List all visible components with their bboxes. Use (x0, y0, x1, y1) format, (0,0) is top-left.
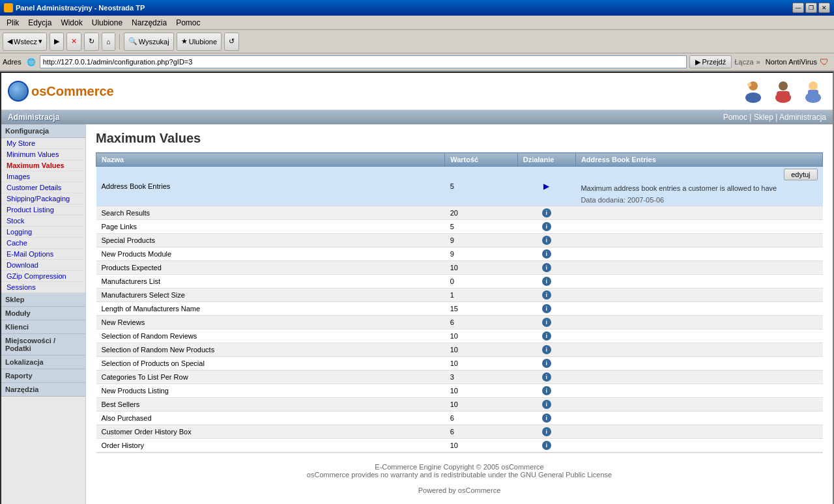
sidebar-item-productlisting[interactable]: Product Listing (1, 204, 85, 216)
home-button[interactable]: ⌂ (102, 33, 115, 51)
table-cell-action[interactable]: i (517, 357, 575, 371)
sidebar-item-sessions[interactable]: Sessions (1, 282, 85, 293)
sidebar-item-minvalues[interactable]: Minimum Values (1, 149, 85, 160)
table-row[interactable]: Products Expected10i (96, 261, 823, 275)
table-row[interactable]: Address Book Entries5▶edytujMaximum addr… (96, 167, 823, 206)
sidebar-item-mystore[interactable]: My Store (1, 138, 85, 149)
menu-tools[interactable]: Narzędzia (128, 17, 171, 29)
menu-file[interactable]: Plik (3, 17, 23, 29)
table-cell-action[interactable]: i (517, 371, 575, 384)
menu-view[interactable]: Widok (57, 17, 86, 29)
sidebar-item-stock[interactable]: Stock (1, 216, 85, 227)
table-cell-action[interactable]: i (517, 288, 575, 302)
info-icon[interactable]: i (542, 441, 551, 450)
go-button[interactable]: ▶ Przejdź (689, 55, 732, 68)
table-cell-action[interactable]: i (517, 247, 575, 261)
refresh-button2[interactable]: ↺ (224, 33, 239, 51)
back-button[interactable]: ◀ Wstecz ▾ (3, 33, 47, 51)
info-icon[interactable]: i (542, 413, 551, 423)
info-icon[interactable]: i (542, 318, 551, 327)
table-row[interactable]: New Products Listing10i (96, 384, 823, 398)
info-icon[interactable]: i (542, 208, 551, 217)
sidebar-item-download[interactable]: Download (1, 260, 85, 271)
table-cell-action[interactable]: i (517, 234, 575, 247)
sidebar-section-sklep[interactable]: Sklep (1, 293, 85, 307)
nav-link-admin[interactable]: Administracja (779, 113, 826, 122)
table-cell-action[interactable]: i (517, 343, 575, 357)
back-dropdown-icon[interactable]: ▾ (38, 37, 42, 46)
info-icon[interactable]: i (542, 359, 551, 368)
sidebar-item-gzip[interactable]: GZip Compression (1, 271, 85, 282)
table-cell-action[interactable]: i (517, 439, 575, 453)
table-row[interactable]: Selection of Random Reviews10i (96, 329, 823, 343)
address-input[interactable] (40, 55, 687, 68)
table-row[interactable]: Search Results20i (96, 206, 823, 220)
menu-help[interactable]: Pomoc (172, 17, 204, 29)
sidebar-item-logging[interactable]: Logging (1, 227, 85, 238)
info-icon[interactable]: i (542, 372, 551, 382)
table-row[interactable]: Categories To List Per Row3i (96, 371, 823, 384)
menu-edit[interactable]: Edycja (24, 17, 55, 29)
table-row[interactable]: Order History10i (96, 439, 823, 453)
nav-link-pomoc[interactable]: Pomoc (723, 113, 747, 122)
table-cell-action[interactable]: ▶ (517, 167, 575, 206)
sidebar-section-narzedzia[interactable]: Narzędzia (1, 383, 85, 397)
refresh-button[interactable]: ↻ (84, 33, 99, 51)
info-icon[interactable]: i (542, 249, 551, 259)
close-button[interactable]: ✕ (818, 3, 830, 13)
table-row[interactable]: New Reviews6i (96, 316, 823, 329)
sidebar-item-cache[interactable]: Cache (1, 238, 85, 249)
table-row[interactable]: Page Links5i (96, 220, 823, 234)
table-row[interactable]: Selection of Products on Special10i (96, 357, 823, 371)
table-row[interactable]: Special Products9i (96, 234, 823, 247)
sidebar-section-miejscowosci[interactable]: Miejscowości / Podatki (1, 334, 85, 356)
sidebar-item-email[interactable]: E-Mail Options (1, 249, 85, 260)
table-cell-action[interactable]: i (517, 261, 575, 275)
table-cell-action[interactable]: i (517, 412, 575, 425)
info-icon[interactable]: i (542, 222, 551, 231)
sidebar-item-customerdetails[interactable]: Customer Details (1, 182, 85, 193)
stop-button[interactable]: ✕ (66, 33, 81, 51)
info-icon[interactable]: i (542, 290, 551, 300)
sidebar-section-lokalizacja[interactable]: Lokalizacja (1, 356, 85, 369)
info-icon[interactable]: i (542, 331, 551, 341)
nav-link-sklep[interactable]: Sklep (754, 113, 773, 122)
sidebar-item-images[interactable]: Images (1, 171, 85, 182)
table-cell-action[interactable]: i (517, 384, 575, 398)
sidebar-item-maxvalues[interactable]: Maximum Values (1, 160, 85, 171)
search-button[interactable]: 🔍 Wyszukaj (124, 33, 174, 51)
info-icon[interactable]: i (542, 277, 551, 286)
table-row[interactable]: Manufacturers Select Size1i (96, 288, 823, 302)
info-icon[interactable]: i (542, 236, 551, 245)
forward-button[interactable]: ▶ (50, 33, 64, 51)
table-cell-action[interactable]: i (517, 302, 575, 316)
table-row[interactable]: Also Purchased6i (96, 412, 823, 425)
sidebar-section-moduly[interactable]: Moduły (1, 307, 85, 320)
edit-button[interactable]: edytuj (784, 169, 817, 180)
table-cell-action[interactable]: i (517, 275, 575, 288)
info-icon[interactable]: i (542, 427, 551, 436)
table-cell-action[interactable]: i (517, 316, 575, 329)
table-row[interactable]: Manufacturers List0i (96, 275, 823, 288)
table-cell-action[interactable]: i (517, 398, 575, 412)
table-row[interactable]: Customer Order History Box6i (96, 425, 823, 439)
sidebar-section-raporty[interactable]: Raporty (1, 369, 85, 383)
favorites-button[interactable]: ★ Ulubione (177, 33, 222, 51)
restore-button[interactable]: ❐ (805, 3, 817, 13)
table-cell-action[interactable]: i (517, 206, 575, 220)
sidebar-section-konfiguracja[interactable]: Konfiguracja (1, 124, 85, 138)
table-cell-action[interactable]: i (517, 425, 575, 439)
table-row[interactable]: Best Sellers10i (96, 398, 823, 412)
sidebar-section-klienci[interactable]: Klienci (1, 320, 85, 334)
info-icon[interactable]: i (542, 386, 551, 395)
sidebar-item-shipping[interactable]: Shipping/Packaging (1, 193, 85, 204)
play-icon[interactable]: ▶ (542, 182, 551, 191)
menu-favorites[interactable]: Ulubione (88, 17, 126, 29)
info-icon[interactable]: i (542, 345, 551, 354)
table-row[interactable]: Selection of Random New Products10i (96, 343, 823, 357)
table-row[interactable]: New Products Module9i (96, 247, 823, 261)
info-icon[interactable]: i (542, 263, 551, 272)
info-icon[interactable]: i (542, 304, 551, 313)
table-row[interactable]: Length of Manufacturers Name15i (96, 302, 823, 316)
minimize-button[interactable]: — (792, 3, 804, 13)
